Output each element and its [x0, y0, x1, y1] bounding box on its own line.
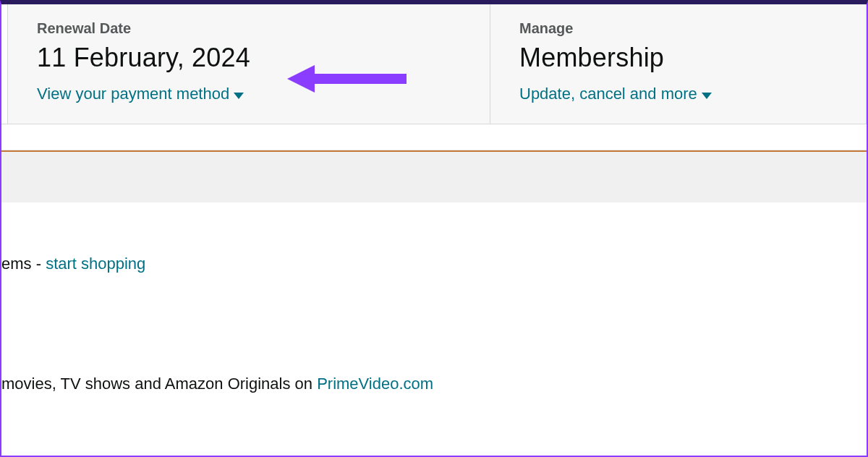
renewal-date-label: Renewal Date	[37, 20, 461, 37]
manage-value: Membership	[519, 43, 837, 73]
account-cards-row: Renewal Date 11 February, 2024 View your…	[1, 4, 867, 124]
shopping-prefix: ems -	[1, 255, 46, 273]
shopping-line: ems - start shopping	[1, 255, 867, 273]
renewal-date-card: Renewal Date 11 February, 2024 View your…	[7, 4, 490, 124]
primevideo-link[interactable]: PrimeVideo.com	[317, 375, 433, 393]
update-cancel-link[interactable]: Update, cancel and more	[519, 85, 712, 103]
view-payment-method-text: View your payment method	[37, 85, 229, 103]
caret-down-icon	[702, 93, 712, 99]
view-payment-method-link[interactable]: View your payment method	[37, 85, 244, 103]
primevideo-line: movies, TV shows and Amazon Originals on…	[1, 375, 867, 393]
white-gap	[1, 124, 867, 150]
update-cancel-text: Update, cancel and more	[519, 85, 697, 103]
manage-label: Manage	[519, 20, 837, 37]
grey-band	[1, 152, 867, 202]
renewal-date-value: 11 February, 2024	[37, 43, 461, 73]
start-shopping-link[interactable]: start shopping	[46, 255, 145, 273]
caret-down-icon	[234, 93, 244, 99]
manage-membership-card: Manage Membership Update, cancel and mor…	[490, 4, 867, 124]
content-area: ems - start shopping movies, TV shows an…	[1, 202, 867, 393]
primevideo-prefix: movies, TV shows and Amazon Originals on	[1, 375, 317, 393]
